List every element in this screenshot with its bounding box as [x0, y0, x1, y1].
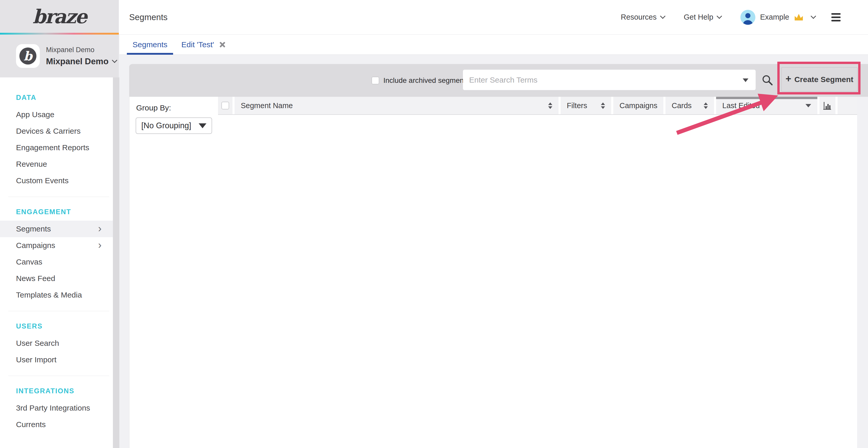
- sidebar-item-custom-events[interactable]: Custom Events: [0, 172, 113, 189]
- user-avatar-icon: [740, 10, 755, 25]
- logo-block: braze: [0, 0, 119, 33]
- segments-toolbar: Include archived segments + Create Segme…: [129, 64, 868, 97]
- get-help-label: Get Help: [684, 13, 713, 22]
- sort-icon[interactable]: [548, 102, 552, 109]
- group-by-label: Group By:: [136, 103, 218, 112]
- header-right: Resources Get Help Example: [621, 10, 868, 25]
- sort-icon[interactable]: [704, 102, 708, 109]
- sidebar-item-user-search[interactable]: User Search: [0, 335, 113, 351]
- sidebar-item-3rd-party-integrations[interactable]: 3rd Party Integrations: [0, 400, 113, 416]
- sidebar-item-app-usage[interactable]: App Usage: [0, 106, 113, 123]
- chevron-right-icon: ›: [98, 237, 101, 253]
- chevron-down-icon: [112, 58, 117, 63]
- search-dropdown-caret-icon[interactable]: [743, 78, 748, 82]
- column-campaigns[interactable]: Campaigns: [613, 97, 663, 114]
- sidebar-item-templates-media[interactable]: Templates & Media: [0, 287, 113, 303]
- select-all-checkbox[interactable]: [221, 102, 229, 109]
- column-last-edited[interactable]: Last Edited: [716, 97, 817, 114]
- tab-bar: Segments Edit 'Test': [119, 35, 868, 55]
- sidebar-section-users: USERS: [16, 321, 113, 331]
- sidebar-item-segments[interactable]: Segments ›: [0, 221, 113, 237]
- page-title: Segments: [129, 12, 168, 22]
- chevron-right-icon: ›: [98, 221, 101, 236]
- sidebar-item-currents[interactable]: Currents: [0, 416, 113, 433]
- caret-down-icon: [199, 123, 207, 128]
- sidebar-gap: [113, 77, 119, 448]
- sidebar-item-devices-carriers[interactable]: Devices & Carriers: [0, 123, 113, 139]
- search-icon[interactable]: [762, 74, 773, 86]
- sidebar-divider: [8, 311, 109, 311]
- crown-icon: [793, 13, 804, 22]
- sidebar-nav: DATA App Usage Devices & Carriers Engage…: [0, 77, 113, 448]
- plus-icon: +: [785, 73, 791, 84]
- workspace-app-letter: b: [20, 47, 36, 65]
- get-help-menu[interactable]: Get Help: [684, 13, 721, 22]
- sidebar-section-data: DATA: [16, 93, 113, 102]
- user-name: Example: [760, 13, 789, 22]
- workspace-app-name: Mixpanel Demo: [46, 46, 117, 54]
- brand-gradient-bar: [0, 33, 119, 35]
- sidebar-section-engagement: ENGAGEMENT: [16, 207, 113, 216]
- sidebar-item-revenue[interactable]: Revenue: [0, 156, 113, 172]
- include-archived-label: Include archived segments: [383, 76, 469, 84]
- group-by-panel: Group By: [No Grouping]: [129, 97, 218, 448]
- hamburger-menu-icon[interactable]: [831, 13, 841, 22]
- braze-logo[interactable]: braze: [33, 5, 86, 28]
- sidebar-item-canvas[interactable]: Canvas: [0, 254, 113, 270]
- top-header: Segments Resources Get Help Example: [119, 0, 868, 35]
- select-all-cell: [218, 97, 232, 114]
- tab-edit-test[interactable]: Edit 'Test': [176, 35, 232, 55]
- sidebar-divider: [8, 197, 109, 197]
- sidebar-section-integrations: INTEGRATIONS: [16, 386, 113, 395]
- include-archived-control: Include archived segments: [371, 64, 469, 97]
- chevron-down-icon: [811, 13, 816, 19]
- column-segment-name[interactable]: Segment Name: [235, 97, 559, 114]
- resources-label: Resources: [621, 13, 657, 22]
- chevron-down-icon: [660, 13, 665, 19]
- tab-segments[interactable]: Segments: [127, 35, 173, 55]
- sidebar-item-engagement-reports[interactable]: Engagement Reports: [0, 139, 113, 156]
- search-box: [463, 70, 755, 90]
- workspace-app-icon: b: [16, 44, 40, 68]
- bar-chart-icon: [823, 101, 832, 110]
- segments-table: Segment Name Filters Campaigns Cards Las…: [218, 97, 857, 448]
- sort-icon[interactable]: [601, 102, 605, 109]
- workspace-switcher[interactable]: b Mixpanel Demo Mixpanel Demo: [0, 35, 119, 77]
- table-header-row: Segment Name Filters Campaigns Cards Las…: [218, 97, 857, 115]
- sidebar-item-user-import[interactable]: User Import: [0, 351, 113, 368]
- workspace-account-name: Mixpanel Demo: [46, 57, 108, 66]
- create-segment-button[interactable]: + Create Segment: [781, 67, 858, 92]
- main-content: Segments Edit 'Test' Include archived se…: [119, 35, 868, 448]
- search-input[interactable]: [463, 70, 755, 90]
- sidebar-item-news-feed[interactable]: News Feed: [0, 270, 113, 287]
- horizontal-scrollbar-thumb[interactable]: [716, 97, 817, 99]
- include-archived-checkbox[interactable]: [371, 77, 379, 84]
- close-icon[interactable]: [219, 41, 226, 48]
- group-by-select[interactable]: [No Grouping]: [135, 117, 212, 134]
- column-spare: [838, 97, 857, 114]
- workspace-names: Mixpanel Demo Mixpanel Demo: [46, 46, 117, 66]
- column-cards[interactable]: Cards: [665, 97, 714, 114]
- chevron-down-icon: [717, 13, 722, 19]
- sidebar-divider: [8, 376, 109, 376]
- sidebar-item-campaigns[interactable]: Campaigns ›: [0, 237, 113, 254]
- caret-down-icon[interactable]: [805, 104, 811, 107]
- column-filters[interactable]: Filters: [561, 97, 611, 114]
- column-analytics-toggle[interactable]: [819, 97, 835, 114]
- resources-menu[interactable]: Resources: [621, 13, 665, 22]
- user-menu[interactable]: Example: [740, 10, 815, 25]
